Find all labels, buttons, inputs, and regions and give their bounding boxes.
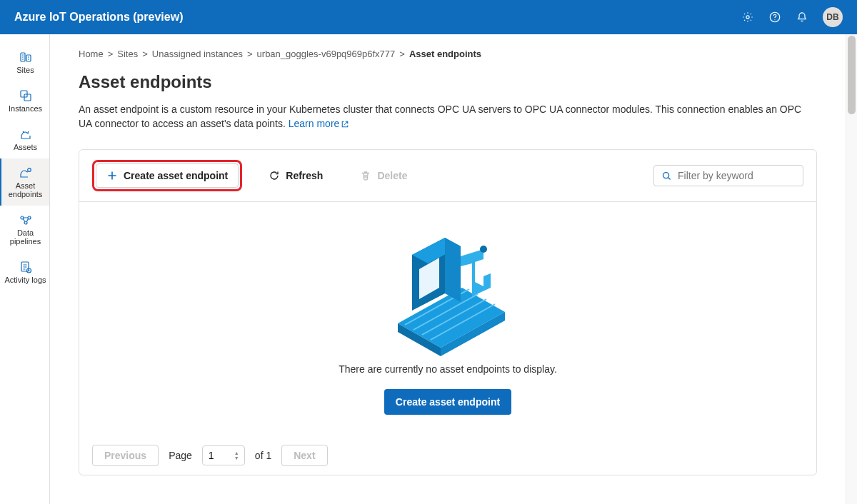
- empty-text: There are currently no asset endpoints t…: [339, 363, 557, 375]
- search-icon: [661, 171, 672, 181]
- create-asset-endpoint-button[interactable]: Create asset endpoint: [96, 163, 239, 188]
- empty-illustration: [376, 216, 519, 359]
- trash-icon: [360, 170, 371, 181]
- content-card: Create asset endpoint Refresh Delete: [79, 149, 817, 475]
- sidebar-item-label: Sites: [16, 66, 34, 74]
- plus-icon: [106, 170, 118, 181]
- sidebar-item-data-pipelines[interactable]: Data pipelines: [0, 206, 49, 253]
- sidebar-item-label: Instances: [9, 104, 42, 113]
- page-of-label: of 1: [255, 450, 271, 461]
- activity-logs-icon: [19, 260, 33, 274]
- svg-point-0: [746, 16, 749, 19]
- filter-search[interactable]: [653, 165, 803, 186]
- app-title: Azure IoT Operations (preview): [14, 11, 741, 24]
- sidebar-item-label: Assets: [14, 143, 37, 151]
- refresh-icon: [269, 170, 280, 181]
- delete-button: Delete: [349, 163, 418, 188]
- svg-point-13: [663, 172, 669, 178]
- number-spinner[interactable]: ▲▼: [234, 448, 241, 463]
- breadcrumb-link[interactable]: urban_goggles-v69pq969p6fx777: [257, 49, 396, 59]
- external-link-icon: [341, 118, 349, 126]
- vertical-scrollbar[interactable]: [846, 34, 857, 504]
- breadcrumb-link[interactable]: Unassigned instances: [152, 49, 243, 59]
- empty-state: There are currently no asset endpoints t…: [79, 202, 816, 436]
- breadcrumb-link[interactable]: Home: [79, 49, 104, 59]
- svg-point-8: [21, 216, 24, 219]
- asset-endpoints-icon: [19, 166, 33, 180]
- toolbar: Create asset endpoint Refresh Delete: [79, 150, 816, 202]
- page-description: An asset endpoint is a custom resource i…: [79, 102, 817, 131]
- svg-marker-23: [445, 238, 461, 302]
- sidebar-item-instances[interactable]: Instances: [0, 81, 49, 120]
- breadcrumb-link[interactable]: Sites: [117, 49, 138, 59]
- assets-icon: [19, 127, 33, 141]
- page-number-input[interactable]: ▲▼: [202, 445, 245, 465]
- page-label: Page: [169, 450, 192, 461]
- breadcrumb-current: Asset endpoints: [409, 49, 481, 59]
- svg-point-25: [480, 246, 487, 253]
- sidebar-item-asset-endpoints[interactable]: Asset endpoints: [0, 158, 49, 206]
- next-button[interactable]: Next: [281, 445, 327, 466]
- sidebar-item-activity-logs[interactable]: Activity logs: [0, 253, 49, 291]
- main-content: Home> Sites> Unassigned instances> urban…: [50, 34, 846, 504]
- sidebar-item-label: Asset endpoints: [3, 181, 48, 198]
- svg-point-9: [28, 216, 31, 219]
- svg-point-7: [27, 168, 31, 172]
- pagination: Previous Page ▲▼ of 1 Next: [79, 436, 816, 475]
- scrollbar-thumb[interactable]: [848, 36, 856, 114]
- learn-more-link[interactable]: Learn more: [289, 118, 350, 129]
- svg-point-2: [774, 19, 775, 20]
- sidebar-item-assets[interactable]: Assets: [0, 120, 49, 158]
- refresh-button[interactable]: Refresh: [258, 163, 334, 188]
- app-header: Azure IoT Operations (preview) DB: [0, 0, 857, 34]
- help-icon[interactable]: [768, 11, 781, 24]
- empty-create-button[interactable]: Create asset endpoint: [384, 389, 511, 415]
- svg-rect-4: [26, 55, 31, 61]
- header-actions: DB: [741, 7, 843, 27]
- instances-icon: [19, 89, 33, 103]
- sites-icon: [19, 50, 33, 64]
- annotation-highlight: Create asset endpoint: [92, 160, 242, 191]
- page-title: Asset endpoints: [79, 72, 817, 92]
- notifications-icon[interactable]: [796, 11, 808, 24]
- user-avatar[interactable]: DB: [823, 7, 843, 27]
- sidebar-item-sites[interactable]: Sites: [0, 43, 49, 81]
- svg-point-10: [24, 221, 27, 224]
- nav-sidebar: Sites Instances Assets Asset endpoints D…: [0, 34, 50, 504]
- sidebar-item-label: Data pipelines: [3, 228, 48, 246]
- previous-button[interactable]: Previous: [92, 445, 159, 466]
- filter-input[interactable]: [678, 170, 803, 181]
- settings-icon[interactable]: [741, 11, 754, 24]
- data-pipelines-icon: [19, 213, 33, 227]
- breadcrumb: Home> Sites> Unassigned instances> urban…: [79, 49, 817, 59]
- sidebar-item-label: Activity logs: [4, 276, 46, 284]
